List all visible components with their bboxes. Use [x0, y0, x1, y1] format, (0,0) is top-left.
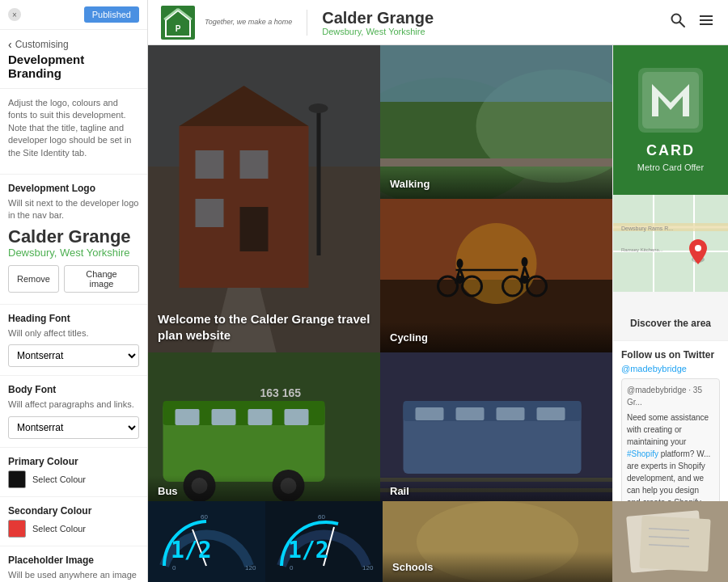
discover-section[interactable]: Dewsbury Rams R... Ramsey Kitchens... Di…	[613, 195, 728, 340]
right-sidebar: CARD Metro Card Offer	[612, 45, 728, 501]
svg-text:120: 120	[245, 564, 256, 571]
secondary-colour-section: Secondary Colour Select Colour	[0, 497, 147, 546]
mcard-section[interactable]: CARD Metro Card Offer	[613, 45, 728, 195]
svg-rect-110	[612, 501, 728, 582]
papers-cell[interactable]	[612, 501, 728, 582]
published-button[interactable]: Published	[84, 6, 139, 23]
change-logo-button[interactable]: Change image	[64, 265, 139, 293]
secondary-colour-swatch[interactable]	[8, 520, 26, 538]
breadcrumb: ‹ Customising	[0, 30, 147, 51]
main-grid: Welcome to the Calder Grange travel plan…	[148, 45, 612, 501]
twitter-follow-text: Follow us on Twitter	[621, 349, 720, 361]
bus-overlay: Bus	[148, 475, 380, 501]
cycling-overlay: Cycling	[380, 322, 612, 352]
tweet-text: Need some assistance with creating or ma…	[627, 411, 714, 501]
heading-font-section: Heading Font Will only affect titles. Mo…	[0, 305, 147, 376]
svg-text:120: 120	[362, 564, 374, 571]
svg-text:P: P	[176, 24, 181, 33]
search-icon[interactable]	[670, 12, 686, 32]
schools-cell[interactable]: Schools	[383, 501, 612, 582]
close-button[interactable]: ×	[8, 8, 21, 21]
cycling-cell[interactable]: Cycling	[380, 199, 612, 352]
mcard-word: CARD	[646, 142, 695, 159]
svg-text:0: 0	[172, 564, 176, 571]
twitter-handle[interactable]: @madebybridge	[621, 364, 720, 373]
bottom-strip: 0 60 120 1/2 0 60 120 1/2	[148, 501, 728, 582]
svg-text:Dewsbury Rams R...: Dewsbury Rams R...	[621, 226, 673, 232]
site-header: P Together, we make a home Calder Grange…	[148, 0, 728, 45]
panel-title: Development Branding	[0, 51, 147, 89]
panel-topbar: × Published	[0, 0, 147, 30]
rail-cell[interactable]: Rail	[380, 352, 612, 501]
main-area: P Together, we make a home Calder Grange…	[148, 0, 728, 582]
dev-logo-section: Development Logo Will sit next to the de…	[0, 175, 147, 305]
site-logo-text: Together, we make a home	[205, 18, 292, 27]
discover-label: Discover the area	[613, 314, 728, 332]
body-font-section: Body Font Will affect paragraphs and lin…	[0, 376, 147, 447]
placeholder-image-section: Placeholder Image Will be used anywhere …	[0, 546, 147, 582]
menu-icon[interactable]	[697, 11, 715, 33]
logo-area: P Together, we make a home Calder Grange…	[161, 6, 434, 40]
svg-text:60: 60	[318, 513, 325, 521]
tweet-author: @madebybridge · 35 Gr...	[627, 384, 714, 408]
mcard-logo	[638, 68, 703, 133]
heading-font-select[interactable]: Montserrat	[8, 344, 139, 367]
secondary-colour-label[interactable]: Select Colour	[32, 524, 86, 534]
hero-cell[interactable]: Welcome to the Calder Grange travel plan…	[148, 45, 380, 352]
body-font-select[interactable]: Montserrat	[8, 416, 139, 439]
walking-cell[interactable]: Walking	[380, 45, 612, 199]
discover-map: Dewsbury Rams R... Ramsey Kitchens...	[613, 195, 728, 292]
remove-logo-button[interactable]: Remove	[8, 265, 59, 293]
speedometer-cell[interactable]: 0 60 120 1/2	[148, 501, 265, 582]
walking-overlay: Walking	[380, 168, 612, 199]
svg-text:1/2: 1/2	[288, 537, 329, 563]
hero-overlay: Welcome to the Calder Grange travel plan…	[148, 45, 380, 352]
schools-overlay: Schools	[383, 551, 612, 582]
svg-text:1/2: 1/2	[171, 537, 212, 563]
speedometer-cell-2[interactable]: 0 60 120 1/2	[265, 501, 383, 582]
back-arrow[interactable]: ‹	[8, 38, 12, 51]
mcard-offer: Metro Card Offer	[637, 162, 704, 172]
svg-text:Ramsey Kitchens...: Ramsey Kitchens...	[621, 247, 663, 252]
bus-cell[interactable]: 163 165 Bus	[148, 352, 380, 501]
svg-rect-77	[642, 72, 699, 129]
svg-text:60: 60	[201, 513, 208, 521]
primary-colour-swatch[interactable]	[8, 470, 26, 488]
tweet-card[interactable]: @madebybridge · 35 Gr... Need some assis…	[621, 378, 720, 501]
header-icons	[670, 11, 715, 33]
intro-section: Adjust the logo, colours and fonts to su…	[0, 89, 147, 175]
customise-panel: × Published ‹ Customising Development Br…	[0, 0, 148, 582]
rail-overlay: Rail	[380, 475, 612, 501]
primary-colour-label[interactable]: Select Colour	[32, 474, 86, 484]
content-area: Welcome to the Calder Grange travel plan…	[148, 45, 728, 501]
svg-point-88	[695, 245, 701, 251]
svg-line-14	[680, 23, 685, 27]
site-name-block: Calder Grange Dewsbury, West Yorkshire	[322, 9, 434, 36]
persimmon-logo: P	[161, 6, 195, 40]
primary-colour-section: Primary Colour Select Colour	[0, 448, 147, 497]
twitter-section: Follow us on Twitter @madebybridge @made…	[613, 340, 728, 501]
svg-text:0: 0	[290, 564, 294, 571]
svg-rect-79	[613, 195, 728, 292]
